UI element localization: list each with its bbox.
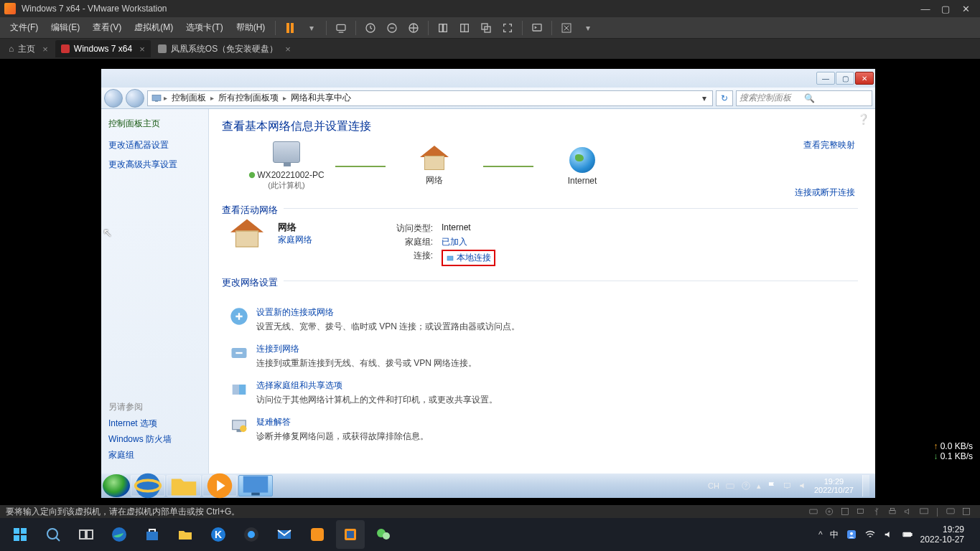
local-connection-link[interactable]: 本地连接 bbox=[442, 250, 495, 266]
connect-disconnect-link[interactable]: 连接或断开连接 bbox=[795, 187, 855, 199]
taskbar-controlpanel-button[interactable] bbox=[238, 475, 273, 496]
console-button[interactable] bbox=[527, 20, 547, 36]
taskbar-mediaplayer-button[interactable] bbox=[202, 475, 237, 496]
host-battery-icon[interactable] bbox=[902, 529, 913, 540]
taskbar-explorer-button[interactable] bbox=[167, 475, 201, 496]
host-volume-icon[interactable] bbox=[883, 529, 895, 540]
nav-fwd-button[interactable] bbox=[126, 89, 144, 108]
menu-vm[interactable]: 虚拟机(M) bbox=[129, 19, 179, 36]
status-display-icon[interactable] bbox=[919, 507, 929, 517]
sidebar-link-adapter[interactable]: 更改适配器设置 bbox=[108, 139, 201, 151]
active-net-type-link[interactable]: 家庭网络 bbox=[278, 234, 312, 246]
win7-close-button[interactable]: ✕ bbox=[855, 72, 874, 85]
stretch-button[interactable] bbox=[556, 20, 577, 36]
host-search-button[interactable] bbox=[39, 520, 67, 549]
refresh-button[interactable]: ↻ bbox=[716, 90, 733, 106]
breadcrumb-dropdown[interactable]: ▾ bbox=[699, 93, 709, 103]
task-homegroup[interactable]: 选择家庭组和共享选项访问位于其他网络计算机上的文件和打印机，或更改共享设置。 bbox=[229, 380, 858, 406]
host-wechat-button[interactable] bbox=[369, 520, 398, 549]
host-vmware-button[interactable] bbox=[336, 520, 365, 549]
fullscreen-button[interactable] bbox=[498, 20, 518, 36]
nav-back-button[interactable] bbox=[104, 89, 123, 108]
host-wifi-icon[interactable] bbox=[864, 529, 876, 540]
win7-maximize-button[interactable]: ▢ bbox=[836, 72, 854, 85]
flag-tray-icon[interactable] bbox=[767, 481, 777, 491]
sidebar-link-firewall[interactable]: Windows 防火墙 bbox=[108, 433, 201, 446]
status-sound-icon[interactable] bbox=[903, 507, 913, 517]
sidebar-home-link[interactable]: 控制面板主页 bbox=[108, 118, 201, 130]
menu-edit[interactable]: 编辑(E) bbox=[45, 19, 85, 36]
host-store-button[interactable] bbox=[138, 520, 167, 549]
tab-phoenix-close[interactable]: × bbox=[285, 44, 291, 55]
sidebar-link-homegroup[interactable]: 家庭组 bbox=[108, 449, 201, 461]
menu-file[interactable]: 文件(F) bbox=[4, 19, 44, 36]
tab-phoenix[interactable]: 凤凰系统OS（免安装硬盘） × bbox=[152, 40, 297, 57]
status-usb-icon[interactable] bbox=[872, 507, 882, 517]
host-kugou-button[interactable]: K bbox=[204, 520, 233, 549]
host-start-button[interactable] bbox=[6, 520, 34, 549]
host-ime-indicator[interactable]: 中 bbox=[830, 529, 839, 541]
keyboard-icon[interactable] bbox=[725, 481, 735, 491]
search-input[interactable]: 搜索控制面板 🔍 bbox=[736, 90, 872, 106]
view-multi-button[interactable] bbox=[454, 20, 475, 36]
host-todesk-button[interactable] bbox=[303, 520, 332, 549]
host-clock[interactable]: 19:29 2022-10-27 bbox=[920, 524, 964, 545]
start-button[interactable] bbox=[103, 474, 130, 497]
help-icon[interactable]: ❔ bbox=[857, 113, 869, 125]
app-close-button[interactable]: ✕ bbox=[956, 2, 976, 15]
breadcrumb-1[interactable]: 所有控制面板项 bbox=[215, 92, 281, 104]
host-edge-button[interactable] bbox=[105, 520, 134, 549]
task-troubleshoot[interactable]: 疑难解答诊断并修复网络问题，或获得故障排除信息。 bbox=[229, 416, 858, 443]
host-qqbrowser-button[interactable] bbox=[237, 520, 266, 549]
unity-button[interactable] bbox=[476, 20, 496, 36]
status-net-icon[interactable] bbox=[856, 507, 866, 517]
task-new-connection[interactable]: 设置新的连接或网络设置无线、宽带、拨号、临时或 VPN 连接；或设置路由器或访问… bbox=[229, 306, 858, 333]
stretch-dropdown[interactable]: ▾ bbox=[578, 20, 598, 36]
tab-home-close[interactable]: × bbox=[42, 44, 48, 55]
menu-help[interactable]: 帮助(H) bbox=[230, 19, 271, 36]
status-maximize-icon[interactable] bbox=[961, 507, 971, 517]
breadcrumb[interactable]: ▸ 控制面板 ▸ 所有控制面板项 ▸ 网络和共享中心 ▾ bbox=[147, 90, 713, 106]
view-single-button[interactable] bbox=[433, 20, 453, 36]
win7-minimize-button[interactable]: — bbox=[816, 72, 835, 85]
host-tray-expand[interactable]: ^ bbox=[818, 529, 823, 540]
minimize-button[interactable]: — bbox=[915, 2, 935, 15]
host-taskview-button[interactable] bbox=[72, 520, 101, 549]
tab-home[interactable]: ⌂ 主页 × bbox=[3, 40, 54, 57]
pause-vm-button[interactable] bbox=[280, 20, 300, 36]
win7-ime-indicator[interactable]: CH bbox=[708, 481, 719, 490]
snapshot-revert-button[interactable] bbox=[382, 20, 402, 36]
sidebar-link-inetopt[interactable]: Internet 选项 bbox=[108, 418, 201, 430]
network-tray-icon[interactable] bbox=[783, 481, 793, 491]
status-cd-icon[interactable] bbox=[824, 507, 834, 517]
host-meet-icon[interactable] bbox=[846, 529, 857, 540]
show-desktop-button[interactable] bbox=[862, 475, 869, 496]
menu-view[interactable]: 查看(V) bbox=[87, 19, 127, 36]
send-ctrlaltdel-button[interactable] bbox=[331, 20, 351, 36]
breadcrumb-2[interactable]: 网络和共享中心 bbox=[288, 92, 354, 104]
task-connect-network[interactable]: 连接到网络连接到或重新连接到无线、有线、拨号或 VPN 网络连接。 bbox=[229, 343, 858, 369]
guest-viewport[interactable]: — ▢ ✕ ▸ 控制面板 ▸ 所有控制面板项 ▸ 网络和共享中心 ▾ ↻ 搜索控… bbox=[101, 68, 876, 499]
homegroup-link[interactable]: 已加入 bbox=[442, 236, 467, 248]
tray-expand-icon[interactable]: ▴ bbox=[757, 481, 761, 491]
snapshot-take-button[interactable] bbox=[360, 20, 381, 36]
menu-tabs[interactable]: 选项卡(T) bbox=[180, 19, 228, 36]
breadcrumb-0[interactable]: 控制面板 bbox=[169, 92, 209, 104]
taskbar-ie-button[interactable] bbox=[131, 475, 165, 496]
sidebar-link-sharing[interactable]: 更改高级共享设置 bbox=[108, 159, 201, 171]
help-tray-icon[interactable]: ? bbox=[741, 481, 751, 491]
status-message-icon[interactable] bbox=[946, 507, 956, 517]
status-disk-icon[interactable] bbox=[808, 507, 818, 517]
tab-win7[interactable]: Windows 7 x64 × bbox=[55, 40, 151, 57]
host-explorer-button[interactable] bbox=[171, 520, 200, 549]
status-printer-icon[interactable] bbox=[887, 507, 897, 517]
volume-tray-icon[interactable] bbox=[798, 481, 808, 491]
view-full-map-link[interactable]: 查看完整映射 bbox=[803, 139, 855, 151]
host-mail-button[interactable] bbox=[270, 520, 299, 549]
maximize-button[interactable]: ▢ bbox=[935, 2, 956, 15]
win7-clock[interactable]: 19:29 2022/10/27 bbox=[814, 477, 854, 494]
snapshot-manager-button[interactable] bbox=[403, 20, 424, 36]
tab-win7-close[interactable]: × bbox=[139, 44, 145, 55]
status-floppy-icon[interactable] bbox=[840, 507, 850, 517]
power-dropdown-icon[interactable]: ▾ bbox=[302, 20, 322, 36]
